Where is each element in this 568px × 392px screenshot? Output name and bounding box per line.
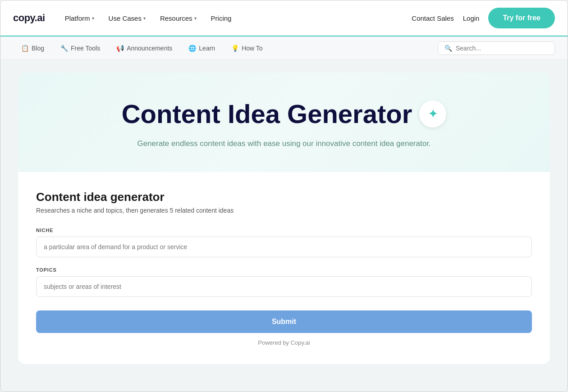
blog-icon: 📋: [21, 45, 29, 52]
learn-icon: 🌐: [188, 45, 196, 52]
niche-label: NICHE: [36, 228, 532, 233]
subnav: 📋 Blog 🔧 Free Tools 📢 Announcements 🌐 Le…: [0, 36, 568, 60]
topics-label: TOPICS: [36, 267, 532, 273]
hero-title: Content Idea Generator: [122, 100, 412, 128]
howto-icon: 💡: [231, 45, 239, 52]
search-input[interactable]: [456, 45, 548, 52]
subnav-search-box[interactable]: 🔍: [438, 41, 555, 55]
chevron-down-icon: ▾: [194, 16, 197, 21]
main-content: Content Idea Generator ✦ Generate endles…: [0, 60, 568, 392]
navbar: copy.ai Platform ▾ Use Cases ▾ Resources…: [0, 0, 568, 36]
nav-item-use-cases[interactable]: Use Cases ▾: [103, 11, 151, 26]
subnav-announcements[interactable]: 📢 Announcements: [108, 36, 180, 59]
nav-item-resources[interactable]: Resources ▾: [155, 11, 202, 26]
form-description: Researches a niche and topics, then gene…: [36, 207, 532, 214]
form-section: Content idea generator Researches a nich…: [18, 172, 550, 346]
form-title: Content idea generator: [36, 190, 532, 204]
hero-title-wrap: Content Idea Generator ✦: [36, 100, 532, 128]
topics-field-group: TOPICS: [36, 267, 532, 297]
main-card: Content Idea Generator ✦ Generate endles…: [18, 73, 550, 364]
nav-left: copy.ai Platform ▾ Use Cases ▾ Resources…: [13, 11, 237, 26]
tools-icon: 🔧: [60, 45, 68, 52]
chevron-down-icon: ▾: [143, 16, 146, 21]
sparkle-icon: ✦: [419, 100, 446, 128]
powered-by-text: Powered by Copy.ai: [36, 339, 532, 346]
nav-right: Contact Sales Login Try for free: [412, 8, 555, 28]
announcements-icon: 📢: [116, 45, 124, 52]
hero-subtitle: Generate endless content ideas with ease…: [36, 137, 532, 150]
subnav-blog[interactable]: 📋 Blog: [13, 36, 52, 59]
subnav-free-tools[interactable]: 🔧 Free Tools: [52, 36, 108, 59]
chevron-down-icon: ▾: [92, 16, 94, 21]
submit-button[interactable]: Submit: [36, 310, 532, 333]
logo[interactable]: copy.ai: [13, 12, 45, 24]
niche-field-group: NICHE: [36, 228, 532, 257]
subnav-how-to[interactable]: 💡 How To: [223, 36, 270, 59]
contact-sales-link[interactable]: Contact Sales: [412, 14, 453, 22]
search-icon: 🔍: [444, 45, 452, 52]
nav-item-pricing[interactable]: Pricing: [206, 11, 237, 26]
try-for-free-button[interactable]: Try for free: [488, 8, 555, 28]
nav-item-platform[interactable]: Platform ▾: [60, 11, 100, 26]
topics-input[interactable]: [36, 276, 532, 297]
subnav-learn[interactable]: 🌐 Learn: [180, 36, 223, 59]
hero-section: Content Idea Generator ✦ Generate endles…: [18, 73, 550, 172]
login-link[interactable]: Login: [463, 14, 480, 22]
niche-input[interactable]: [36, 237, 532, 257]
